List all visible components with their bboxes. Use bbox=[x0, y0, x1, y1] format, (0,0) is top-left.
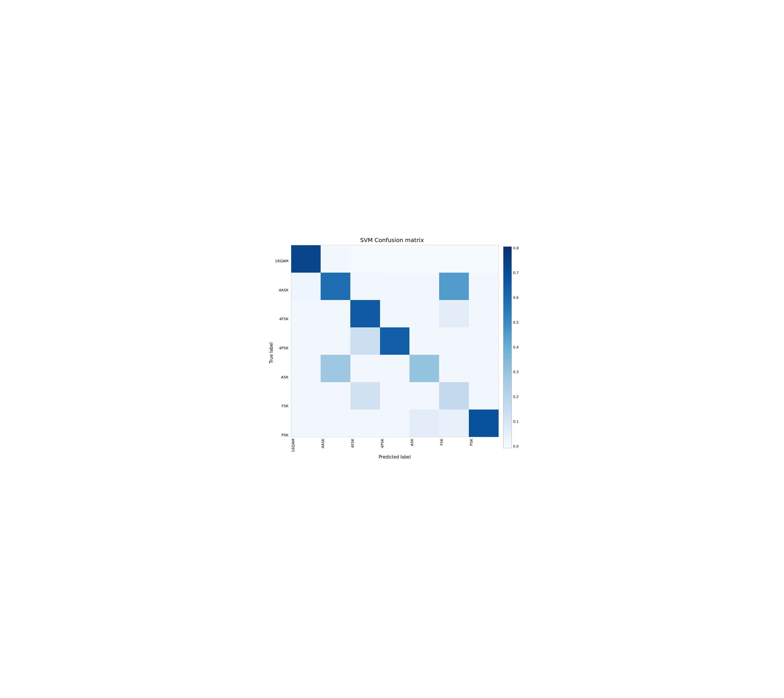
cell-2-0 bbox=[291, 300, 321, 328]
cell-0-5 bbox=[439, 245, 469, 273]
colorbar bbox=[503, 246, 512, 448]
cell-3-0 bbox=[291, 328, 321, 355]
colorbar-area: 0.80.70.60.50.40.30.20.10.0 bbox=[499, 245, 522, 461]
x-tick-label: ASK bbox=[410, 439, 439, 446]
cell-5-1 bbox=[321, 382, 350, 410]
cell-6-3 bbox=[380, 410, 410, 437]
chart-area: True label 16QAM4ASK4FSK4PSKASKFSKPSK 16… bbox=[262, 245, 522, 461]
x-tick-label: 16QAM bbox=[291, 439, 321, 452]
chart-title: SVM Confusion matrix bbox=[262, 234, 522, 245]
colorbar-tick: 0.4 bbox=[513, 346, 519, 349]
cell-4-3 bbox=[380, 355, 410, 382]
cell-5-6 bbox=[469, 382, 498, 410]
cell-4-5 bbox=[439, 355, 469, 382]
x-tick-label: 4FSK bbox=[350, 439, 380, 448]
cell-5-5 bbox=[439, 382, 469, 410]
matrix-and-x: 16QAM4ASK4FSK4PSKASKFSKPSK Predicted lab… bbox=[291, 245, 499, 461]
y-tick-label: ASK bbox=[275, 375, 291, 379]
cell-0-1 bbox=[321, 245, 350, 273]
cell-0-0 bbox=[291, 245, 321, 273]
cell-3-1 bbox=[321, 328, 350, 355]
cell-0-4 bbox=[409, 245, 439, 273]
cell-5-4 bbox=[409, 382, 439, 410]
y-tick-label: 4FSK bbox=[275, 317, 291, 321]
cell-1-4 bbox=[409, 273, 439, 300]
colorbar-tick: 0.0 bbox=[513, 444, 519, 448]
y-tick-label: 4ASK bbox=[275, 288, 291, 292]
x-tick-label: 4ASK bbox=[321, 439, 350, 448]
cell-2-1 bbox=[321, 300, 350, 328]
cell-2-5 bbox=[439, 300, 469, 328]
cell-3-3 bbox=[380, 328, 410, 355]
cell-4-6 bbox=[469, 355, 498, 382]
y-tick-label: PSK bbox=[275, 433, 291, 437]
cell-1-1 bbox=[321, 273, 350, 300]
cell-2-3 bbox=[380, 300, 410, 328]
x-tick-label: FSK bbox=[439, 439, 469, 446]
cell-4-2 bbox=[350, 355, 380, 382]
cell-3-2 bbox=[350, 328, 380, 355]
cell-2-2 bbox=[350, 300, 380, 328]
colorbar-wrapper: 0.80.70.60.50.40.30.20.10.0 bbox=[503, 246, 522, 448]
cell-0-3 bbox=[380, 245, 410, 273]
cell-1-3 bbox=[380, 273, 410, 300]
x-tick-labels: 16QAM4ASK4FSK4PSKASKFSKPSK bbox=[291, 437, 499, 454]
matrix-grid bbox=[291, 245, 499, 437]
x-tick-label: 4PSK bbox=[380, 439, 410, 448]
colorbar-tick: 0.8 bbox=[513, 246, 519, 250]
cell-3-6 bbox=[469, 328, 498, 355]
x-tick-label: PSK bbox=[469, 439, 499, 446]
matrix-wrapper bbox=[291, 245, 499, 437]
colorbar-tick: 0.7 bbox=[513, 271, 519, 275]
y-tick-label: FSK bbox=[275, 404, 291, 408]
colorbar-tick: 0.3 bbox=[513, 370, 519, 374]
figure-container: SVM Confusion matrix True label 16QAM4AS… bbox=[262, 234, 522, 464]
y-tick-label: 4PSK bbox=[275, 346, 291, 350]
cell-1-2 bbox=[350, 273, 380, 300]
cell-1-0 bbox=[291, 273, 321, 300]
cell-4-4 bbox=[409, 355, 439, 382]
cell-6-6 bbox=[469, 410, 498, 437]
cell-2-4 bbox=[409, 300, 439, 328]
cell-6-5 bbox=[439, 410, 469, 437]
cell-5-2 bbox=[350, 382, 380, 410]
cell-4-0 bbox=[291, 355, 321, 382]
y-tick-label: 16QAM bbox=[275, 259, 291, 263]
cell-5-3 bbox=[380, 382, 410, 410]
colorbar-tick: 0.6 bbox=[513, 296, 519, 300]
cell-6-1 bbox=[321, 410, 350, 437]
y-tick-labels: 16QAM4ASK4FSK4PSKASKFSKPSK bbox=[275, 245, 291, 461]
cell-6-4 bbox=[409, 410, 439, 437]
colorbar-tick: 0.2 bbox=[513, 395, 519, 398]
cell-3-5 bbox=[439, 328, 469, 355]
cell-5-0 bbox=[291, 382, 321, 410]
x-axis-label: Predicted label bbox=[291, 454, 499, 461]
y-axis-label: True label bbox=[268, 245, 274, 461]
cell-4-1 bbox=[321, 355, 350, 382]
colorbar-tick: 0.1 bbox=[513, 420, 519, 423]
cell-6-0 bbox=[291, 410, 321, 437]
cell-1-6 bbox=[469, 273, 498, 300]
colorbar-ticks: 0.80.70.60.50.40.30.20.10.0 bbox=[512, 246, 519, 448]
cell-3-4 bbox=[409, 328, 439, 355]
cell-1-5 bbox=[439, 273, 469, 300]
colorbar-tick: 0.5 bbox=[513, 321, 519, 324]
cell-0-2 bbox=[350, 245, 380, 273]
cell-2-6 bbox=[469, 300, 498, 328]
cell-0-6 bbox=[469, 245, 498, 273]
cell-6-2 bbox=[350, 410, 380, 437]
